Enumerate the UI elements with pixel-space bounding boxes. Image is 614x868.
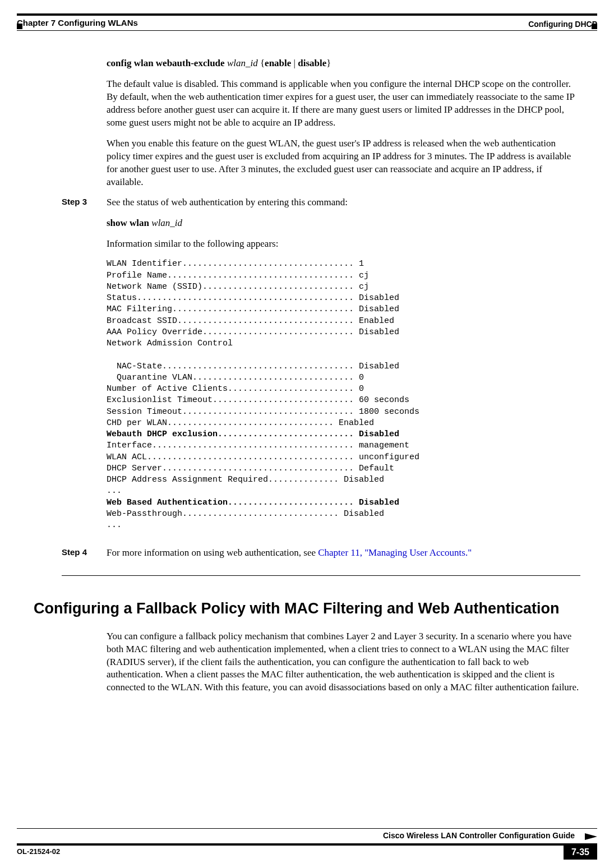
cli-line: Status..................................…: [107, 293, 399, 303]
cli-line: Session Timeout.........................…: [107, 407, 419, 417]
paragraph: When you enable this feature on the gues…: [107, 137, 580, 189]
cli-line: MAC Filtering...........................…: [107, 304, 399, 314]
footer-arrow-icon: [585, 833, 597, 840]
cmd-token: show wlan: [107, 218, 151, 228]
step-label: Step 4: [62, 547, 107, 558]
header-rule-thick: [17, 13, 597, 16]
cli-output: WLAN Identifier.........................…: [107, 258, 580, 531]
cmd-arg: wlan_id: [151, 218, 182, 228]
cli-line: ...: [107, 486, 122, 496]
step-divider: [62, 575, 580, 576]
cli-line: WLAN ACL................................…: [107, 453, 419, 462]
cli-line: Number of Active Clients................…: [107, 384, 364, 394]
cli-line: DHCP Server.............................…: [107, 464, 394, 473]
step-sentence: For more information on using web authen…: [107, 547, 580, 560]
header-chapter: Chapter 7 Configuring WLANs: [17, 18, 138, 27]
footer-guide-title: Cisco Wireless LAN Controller Configurat…: [383, 831, 575, 840]
cmd-token: config wlan webauth-exclude: [107, 58, 227, 68]
xref-link[interactable]: Chapter 11, "Managing User Accounts.": [318, 547, 472, 558]
cli-line: Broadcast SSID..........................…: [107, 316, 394, 326]
cmd-token: enable: [265, 58, 291, 68]
footer-doc-id: OL-21524-02: [17, 847, 60, 856]
step-body: For more information on using web authen…: [107, 547, 580, 567]
page-number: 7-35: [564, 845, 597, 860]
cli-line: Exclusionlist Timeout...................…: [107, 395, 409, 405]
paragraph: You can configure a fallback policy mech…: [107, 630, 580, 695]
step-3: Step 3 See the status of web authenticat…: [107, 196, 580, 539]
cli-line: CHD per WLAN............................…: [107, 418, 374, 428]
cli-line-bold: Webauth DHCP exclusion..................…: [107, 430, 399, 439]
command-syntax: show wlan wlan_id: [107, 217, 580, 230]
info-line: Information similar to the following app…: [107, 238, 580, 251]
cli-line: Interface...............................…: [107, 441, 409, 450]
cli-line: Profile Name............................…: [107, 271, 369, 280]
footer-rule-thin: [17, 828, 597, 829]
header-rule-thin: [17, 30, 597, 31]
footer-rule-thick: [17, 843, 597, 846]
step-label: Step 3: [62, 196, 107, 207]
step-body: See the status of web authentication by …: [107, 196, 580, 539]
cli-line: DHCP Address Assignment Required........…: [107, 475, 384, 484]
cli-line: Quarantine VLAN.........................…: [107, 373, 364, 382]
cmd-token: |: [291, 58, 298, 68]
cmd-token: }: [326, 58, 331, 68]
section-heading: Configuring a Fallback Policy with MAC F…: [34, 598, 580, 618]
cli-line: NAC-State...............................…: [107, 362, 399, 371]
cli-line: Network Admission Control: [107, 339, 233, 348]
cmd-token: disable: [298, 58, 326, 68]
page: Chapter 7 Configuring WLANs Configuring …: [0, 0, 614, 868]
step-sentence: See the status of web authentication by …: [107, 196, 580, 209]
cli-line: AAA Policy Override.....................…: [107, 327, 399, 337]
cli-line: WLAN Identifier.........................…: [107, 259, 364, 269]
cli-line: Web-Passthrough.........................…: [107, 509, 384, 519]
main-content: config wlan webauth-exclude wlan_id {ena…: [107, 57, 580, 694]
cli-line-bold: Web Based Authentication................…: [107, 498, 399, 507]
cli-line: ...: [107, 520, 122, 530]
cmd-arg: wlan_id: [227, 58, 260, 68]
header-section: Configuring DHCP: [528, 20, 597, 29]
command-syntax: config wlan webauth-exclude wlan_id {ena…: [107, 57, 580, 70]
text: For more information on using web authen…: [107, 547, 318, 558]
cli-line: Network Name (SSID).....................…: [107, 282, 369, 292]
step-4: Step 4 For more information on using web…: [107, 547, 580, 567]
paragraph: The default value is disabled. This comm…: [107, 78, 580, 130]
cmd-token: {: [260, 58, 265, 68]
